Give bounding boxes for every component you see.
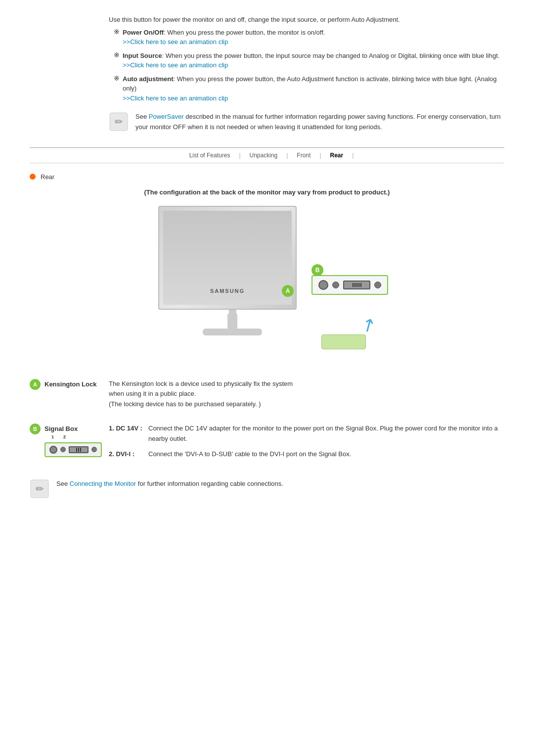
kensington-line3: (The locking device has to be purchased … <box>109 400 261 408</box>
svg-text:✏: ✏ <box>115 116 123 127</box>
bullet-auto: ※ Auto adjustment: When you press the po… <box>114 74 504 103</box>
bottom-pencil-icon: ✏ <box>30 479 49 499</box>
config-note: (The configuration at the back of the mo… <box>30 189 504 196</box>
bullet-symbol-3: ※ <box>114 74 120 82</box>
small-port-small2 <box>91 447 97 452</box>
connecting-link[interactable]: Connecting the Monitor <box>70 480 136 487</box>
note-text: See PowerSaver described in the manual f… <box>135 112 504 133</box>
dvi-label: 2. DVI-I : <box>109 449 148 460</box>
bullet-text-3: : When you press the power button, the A… <box>123 75 497 93</box>
rear-header: Rear <box>30 173 504 181</box>
bullet-text-1: : When you press the power button, the m… <box>164 29 325 36</box>
nav-sep-4: | <box>352 152 354 159</box>
kensington-title: Kensington Lock <box>44 380 96 388</box>
signal-box-label-row: B Signal Box <box>30 424 78 434</box>
note-section: ✏ See PowerSaver described in the manual… <box>109 112 504 133</box>
monitor-stand-neck <box>227 314 237 329</box>
bullet-symbol-2: ※ <box>114 51 120 59</box>
monitor-image-area: SAMSUNG A B ↗ <box>30 206 504 364</box>
label-b-circle: B <box>30 424 41 434</box>
bullet-content-2: Input Source: When you press the power b… <box>123 51 499 70</box>
animation-link-3[interactable]: >>Click here to see an animation clip <box>123 94 228 102</box>
bullet-symbol-1: ※ <box>114 28 120 36</box>
signal-box-small-display <box>44 442 102 457</box>
monitor-stand-base <box>203 329 262 335</box>
intro-text: Use this button for power the monitor on… <box>109 15 504 25</box>
signal-box-desc: 1. DC 14V : Connect the DC 14V adapter f… <box>109 424 504 459</box>
small-port-vga <box>69 446 89 453</box>
port-small <box>332 282 339 288</box>
top-section: Use this button for power the monitor on… <box>109 15 504 133</box>
dc14v-label: 1. DC 14V : <box>109 424 148 434</box>
nav-list-of-features[interactable]: List of Features <box>180 152 239 159</box>
label-b-badge: B <box>312 264 323 276</box>
orange-dot <box>30 174 36 180</box>
label-a-circle: A <box>30 379 41 390</box>
nav-bar: List of Features | Unpacking | Front | R… <box>30 147 504 163</box>
note-icon: ✏ <box>109 112 129 132</box>
monitor-screen: SAMSUNG <box>158 206 297 310</box>
arrow-icon: ↗ <box>357 312 380 337</box>
dvi-text: Connect the 'DVI-A to D-SUB' cable to th… <box>148 449 351 460</box>
signal-box-section: B Signal Box 1 2 1. DC 14V : Connect the… <box>30 424 504 459</box>
signal-box-title: Signal Box <box>44 425 78 432</box>
signal-box-small-img: 1 2 <box>44 438 102 457</box>
small-green-box <box>321 334 366 349</box>
port-small2 <box>374 282 381 288</box>
kensington-line1: The Kensington lock is a device used to … <box>109 380 293 387</box>
dc14v-text: Connect the DC 14V adapter for the monit… <box>148 424 504 444</box>
kensington-section: A Kensington Lock The Kensington lock is… <box>30 379 504 410</box>
nav-rear[interactable]: Rear <box>321 152 353 159</box>
signal-box-display <box>312 275 388 295</box>
rear-title: Rear <box>41 173 54 181</box>
bottom-note-icon: ✏ <box>30 479 49 499</box>
bottom-note-text: See Connecting the Monitor for further i… <box>56 479 283 489</box>
kensington-label: A Kensington Lock <box>30 379 109 390</box>
monitor-container: SAMSUNG A B ↗ <box>143 206 391 364</box>
samsung-logo: SAMSUNG <box>210 288 245 294</box>
num-badge-1: 1 <box>51 434 54 439</box>
small-port-small <box>60 447 66 452</box>
nav-front[interactable]: Front <box>288 152 319 159</box>
label-a-badge: A <box>282 285 294 297</box>
dvi-row: 2. DVI-I : Connect the 'DVI-A to D-SUB' … <box>109 449 504 460</box>
bullet-content-3: Auto adjustment: When you press the powe… <box>123 74 504 103</box>
bullet-power: ※ Power On/Off: When you press the power… <box>114 28 504 47</box>
bullet-label-3: Auto adjustment <box>123 75 174 83</box>
port-power <box>318 280 328 290</box>
signal-box-label-col: B Signal Box 1 2 <box>30 424 109 457</box>
nav-unpacking[interactable]: Unpacking <box>241 152 287 159</box>
dc14v-row: 1. DC 14V : Connect the DC 14V adapter f… <box>109 424 504 444</box>
power-saver-link[interactable]: PowerSaver <box>149 113 184 120</box>
kensington-line2: when using it in a public place. <box>109 390 196 397</box>
svg-text:✏: ✏ <box>36 483 44 494</box>
num-badge-2: 2 <box>63 434 66 439</box>
bullet-text-2: : When you press the power button, the i… <box>162 52 499 59</box>
monitor-body: SAMSUNG <box>158 206 307 344</box>
small-port-power <box>49 446 57 454</box>
bottom-note-section: ✏ See Connecting the Monitor for further… <box>30 474 504 499</box>
bullet-content-1: Power On/Off: When you press the power b… <box>123 28 325 47</box>
animation-link-2[interactable]: >>Click here to see an animation clip <box>123 61 228 69</box>
bullet-label-2: Input Source <box>123 52 162 59</box>
kensington-desc: The Kensington lock is a device used to … <box>109 379 504 410</box>
port-vga <box>343 281 370 289</box>
bullet-label-1: Power On/Off <box>123 29 164 36</box>
bullet-input: ※ Input Source: When you press the power… <box>114 51 504 70</box>
animation-link-1[interactable]: >>Click here to see an animation clip <box>123 38 228 46</box>
pencil-icon: ✏ <box>109 112 129 132</box>
